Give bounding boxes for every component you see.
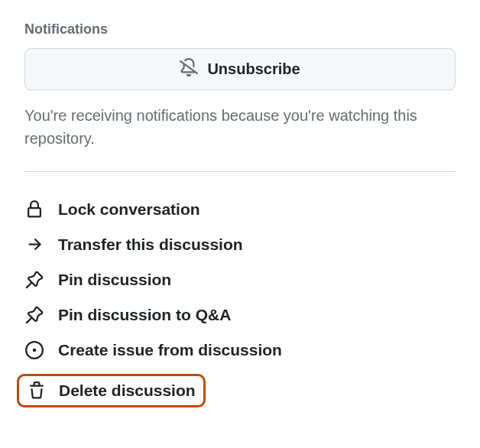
- create-issue-action[interactable]: Create issue from discussion: [24, 340, 456, 360]
- notifications-title: Notifications: [24, 21, 456, 37]
- transfer-label: Transfer this discussion: [58, 235, 243, 254]
- lock-icon: [24, 200, 44, 219]
- pin-label: Pin discussion: [58, 271, 171, 289]
- create-issue-label: Create issue from discussion: [58, 341, 282, 359]
- issue-opened-icon: [24, 340, 44, 360]
- delete-discussion-action[interactable]: Delete discussion: [27, 381, 196, 401]
- pin-discussion-action[interactable]: Pin discussion: [24, 270, 456, 290]
- pin-icon: [24, 270, 44, 290]
- pin-category-label: Pin discussion to Q&A: [58, 306, 231, 324]
- lock-conversation-action[interactable]: Lock conversation: [24, 200, 456, 219]
- unsubscribe-label: Unsubscribe: [207, 60, 300, 78]
- pin-category-action[interactable]: Pin discussion to Q&A: [24, 305, 456, 325]
- lock-label: Lock conversation: [58, 200, 200, 219]
- actions-list: Lock conversation Transfer this discussi…: [24, 200, 456, 407]
- notifications-section: Notifications Unsubscribe You're receivi…: [24, 21, 456, 150]
- unsubscribe-button[interactable]: Unsubscribe: [24, 48, 456, 90]
- notifications-description: You're receiving notifications because y…: [24, 104, 456, 150]
- transfer-discussion-action[interactable]: Transfer this discussion: [24, 235, 456, 255]
- trash-icon: [27, 381, 47, 401]
- bell-slash-icon: [180, 58, 198, 80]
- delete-highlight: Delete discussion: [17, 374, 206, 407]
- pin-icon: [24, 305, 44, 325]
- divider: [24, 171, 456, 172]
- arrow-right-icon: [24, 235, 44, 255]
- delete-label: Delete discussion: [59, 381, 196, 400]
